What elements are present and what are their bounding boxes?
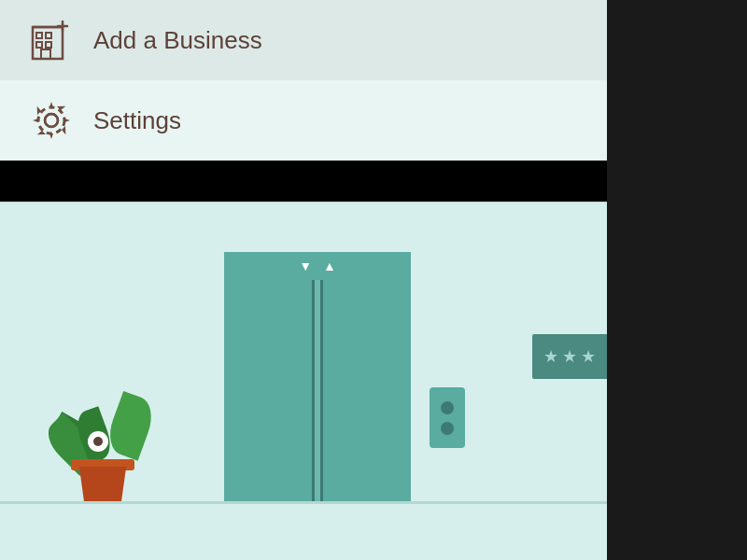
gear-icon <box>28 97 75 144</box>
plant-pupil <box>93 437 103 446</box>
leaf-3 <box>103 391 159 461</box>
svg-rect-5 <box>41 49 50 59</box>
add-business-label: Add a Business <box>93 26 262 55</box>
svg-rect-4 <box>46 42 51 48</box>
elevator-top: ▼ ▲ <box>224 252 411 280</box>
elevator-button-panel[interactable] <box>430 387 465 448</box>
stars-panel: ★ ★ ★ <box>532 334 607 379</box>
main-container: Add a Business <box>0 0 747 560</box>
star-2: ★ <box>562 346 577 367</box>
add-business-menu-item[interactable]: Add a Business <box>0 0 607 80</box>
menu-panel: Add a Business <box>0 0 607 161</box>
elevator-door-left <box>224 280 315 504</box>
elevator-arrow-down: ▼ <box>299 259 312 273</box>
star-3: ★ <box>581 346 596 367</box>
floor-line <box>0 501 607 504</box>
elevator-body <box>224 280 411 504</box>
illustration-area: ★ ★ ★ ▼ ▲ <box>0 203 607 560</box>
svg-point-11 <box>38 107 64 133</box>
star-1: ★ <box>543 346 558 367</box>
svg-rect-2 <box>46 33 51 38</box>
svg-rect-3 <box>36 42 42 48</box>
elevator-button-1 <box>441 401 454 414</box>
right-panel <box>607 0 747 560</box>
settings-menu-item[interactable]: Settings <box>0 80 607 161</box>
svg-point-10 <box>45 114 58 127</box>
building-plus-icon <box>28 17 75 63</box>
plant-eye <box>88 431 108 452</box>
plant-pot <box>77 467 129 504</box>
elevator-arrow-up: ▲ <box>323 259 336 273</box>
settings-label: Settings <box>93 106 181 135</box>
elevator: ▼ ▲ <box>224 252 411 504</box>
elevator-button-2 <box>441 422 454 435</box>
svg-rect-1 <box>36 33 42 38</box>
elevator-door-right <box>320 280 411 504</box>
plant-container <box>56 355 149 504</box>
